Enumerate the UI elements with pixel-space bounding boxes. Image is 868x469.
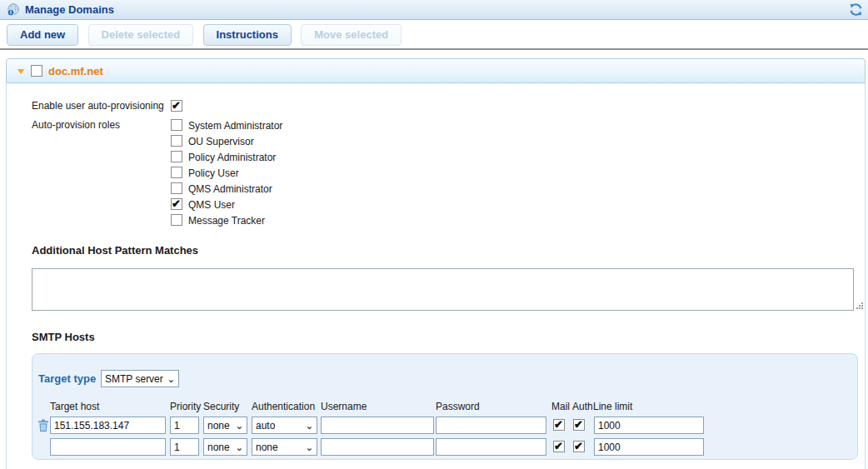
role-label: Policy User	[188, 167, 239, 179]
username-input[interactable]	[321, 417, 434, 434]
col-header-target-host: Target host	[50, 401, 99, 412]
authentication-value: none	[256, 442, 278, 453]
target-type-select[interactable]: SMTP server⌄	[101, 370, 179, 387]
role-checkbox-qms-user[interactable]	[171, 198, 182, 210]
role-label: System Administrator	[188, 120, 282, 132]
auth-checkbox[interactable]	[573, 419, 585, 431]
authentication-select[interactable]: auto⌄	[252, 417, 317, 434]
security-value: none	[207, 420, 230, 432]
roles-label: Auto-provision roles	[32, 119, 120, 131]
col-header-password: Password	[436, 401, 480, 412]
domain-name[interactable]: doc.mf.net	[48, 65, 103, 77]
role-label: OU Supervisor	[188, 136, 254, 147]
auth-checkbox[interactable]	[573, 441, 585, 452]
chevron-down-icon: ⌄	[236, 444, 243, 451]
resize-grip-icon[interactable]	[856, 302, 863, 309]
role-checkbox-system-administrator[interactable]	[171, 119, 182, 131]
chevron-down-icon: ⌄	[306, 422, 313, 429]
auto-provisioning-label: Enable user auto-provisioning	[32, 100, 164, 112]
trash-icon[interactable]	[37, 419, 49, 432]
role-label: Message Tracker	[188, 215, 265, 227]
page-title: Manage Domains	[25, 3, 114, 16]
role-label: QMS Administrator	[188, 183, 272, 195]
role-checkbox-policy-administrator[interactable]	[171, 151, 182, 162]
mail-checkbox[interactable]	[553, 441, 565, 452]
line-limit-input[interactable]	[594, 417, 704, 434]
authentication-value: auto	[256, 420, 275, 432]
auto-provisioning-checkbox[interactable]	[171, 100, 182, 112]
host-patterns-heading: Additional Host Pattern Matches	[32, 244, 198, 257]
authentication-select[interactable]: none⌄	[252, 438, 317, 456]
line-limit-input[interactable]	[594, 438, 704, 456]
role-checkbox-policy-user[interactable]	[171, 167, 182, 178]
security-select[interactable]: none⌄	[203, 417, 247, 434]
mail-checkbox[interactable]	[553, 419, 565, 431]
role-checkbox-ou-supervisor[interactable]	[171, 135, 182, 147]
instructions-button[interactable]: Instructions	[203, 24, 292, 46]
target-type-label: Target type	[38, 372, 96, 385]
col-header-security: Security	[203, 401, 239, 412]
col-header-authentication: Authentication	[252, 401, 315, 412]
refresh-icon[interactable]	[849, 2, 863, 17]
role-label: Policy Administrator	[188, 152, 276, 163]
priority-input[interactable]	[170, 417, 199, 434]
role-label: QMS User	[188, 199, 235, 211]
priority-input[interactable]	[170, 438, 199, 456]
col-header-username: Username	[321, 401, 367, 412]
target-host-input[interactable]	[50, 417, 166, 434]
smtp-hosts-heading: SMTP Hosts	[32, 331, 95, 343]
col-header-line-limit: Line limit	[593, 401, 632, 412]
role-checkbox-qms-administrator[interactable]	[171, 182, 182, 194]
add-new-button[interactable]: Add new	[7, 24, 78, 46]
chevron-down-icon: ⌄	[236, 422, 243, 429]
chevron-down-icon: ⌄	[167, 376, 175, 382]
security-value: none	[207, 442, 230, 453]
move-selected-button: Move selected	[301, 24, 402, 46]
target-host-input[interactable]	[50, 438, 166, 456]
host-patterns-textarea[interactable]	[32, 268, 854, 311]
domain-select-checkbox[interactable]	[31, 65, 42, 77]
globe-icon: i	[7, 3, 20, 17]
chevron-down-icon: ⌄	[306, 444, 313, 451]
collapse-arrow-icon[interactable]	[17, 69, 24, 74]
col-header-mail: Mail	[551, 401, 570, 412]
delete-selected-button: Delete selected	[88, 24, 194, 46]
manage-domains-page: i Manage Domains Add new Delete selected…	[0, 0, 868, 469]
svg-text:i: i	[10, 9, 12, 15]
toolbar: Add new Delete selected Instructions Mov…	[0, 21, 868, 50]
target-type-value: SMTP server	[105, 373, 163, 385]
password-input[interactable]	[436, 438, 546, 456]
col-header-priority: Priority	[170, 401, 201, 412]
page-header: i Manage Domains	[0, 0, 868, 20]
username-input[interactable]	[321, 438, 434, 456]
role-checkbox-message-tracker[interactable]	[171, 214, 182, 226]
domain-header[interactable]	[6, 58, 866, 83]
password-input[interactable]	[436, 417, 546, 434]
security-select[interactable]: none⌄	[203, 438, 247, 456]
col-header-auth: Auth	[572, 401, 593, 412]
